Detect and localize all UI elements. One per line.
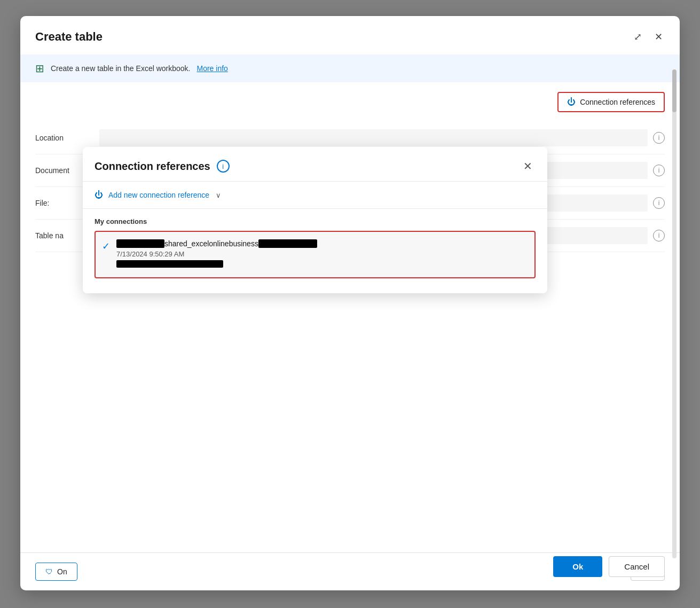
main-close-button[interactable]: ✕ [652, 29, 665, 45]
scrollbar-thumb [672, 69, 677, 112]
my-connections-section: My connections ✓ shared_excelonlinebusin… [83, 209, 547, 278]
main-modal: Create table ⤢ ✕ ⊞ Create a new table in… [20, 16, 680, 590]
more-info-link[interactable]: More info [196, 64, 227, 73]
add-conn-label: Add new connection reference [108, 191, 209, 199]
connection-item-info: shared_excelonlinebusiness 7/13/2024 9:5… [116, 239, 528, 270]
connection-item[interactable]: ✓ shared_excelonlinebusiness 7/13/2024 9… [95, 231, 536, 278]
name-redacted-suffix [258, 239, 317, 248]
add-plug-icon: ⏻ [95, 190, 103, 200]
connection-references-button[interactable]: ⏻ Connection references [557, 92, 665, 112]
name-redacted-prefix [116, 239, 164, 248]
label-location: Location [35, 134, 99, 142]
conn-ref-button-area: ⏻ Connection references [20, 82, 680, 112]
cancel-button[interactable]: Cancel [609, 556, 665, 577]
connection-service-name: shared_excelonlinebusiness [164, 239, 258, 248]
connection-references-panel: Connection references i ✕ ⏻ Add new conn… [83, 147, 547, 293]
document-info-icon[interactable]: i [653, 165, 665, 176]
check-icon: ✓ [102, 240, 110, 252]
header-icons: ⤢ ✕ [632, 29, 665, 45]
ok-button[interactable]: Ok [553, 556, 602, 577]
expand-button[interactable]: ⤢ [632, 29, 644, 45]
excel-icon: ⊞ [35, 62, 44, 75]
location-info-icon[interactable]: i [653, 132, 665, 144]
connection-id-redacted [116, 260, 223, 268]
main-modal-title: Create table [35, 30, 103, 44]
chevron-down-icon: ∨ [216, 191, 221, 199]
info-banner-text: Create a new table in the Excel workbook… [51, 64, 190, 73]
info-banner: ⊞ Create a new table in the Excel workbo… [20, 54, 680, 82]
panel-title-area: Connection references i [95, 160, 230, 173]
field-location[interactable] [99, 129, 648, 146]
connection-name: shared_excelonlinebusiness [116, 239, 528, 248]
panel-close-button[interactable]: ✕ [520, 159, 536, 174]
panel-title: Connection references [95, 160, 210, 173]
plug-icon: ⏻ [567, 97, 576, 107]
panel-info-icon[interactable]: i [217, 160, 230, 173]
panel-header: Connection references i ✕ [83, 147, 547, 182]
my-connections-label: My connections [95, 217, 536, 225]
main-scrollbar[interactable] [672, 69, 677, 558]
table-name-info-icon[interactable]: i [653, 230, 665, 241]
add-connection-row[interactable]: ⏻ Add new connection reference ∨ [83, 182, 547, 209]
connection-date: 7/13/2024 9:50:29 AM [116, 250, 528, 258]
conn-ref-button-label: Connection references [580, 98, 655, 106]
panel-body: ⏻ Add new connection reference ∨ My conn… [83, 182, 547, 293]
file-info-icon[interactable]: i [653, 197, 665, 209]
bottom-buttons: Ok Cancel [15, 556, 665, 577]
main-modal-header: Create table ⤢ ✕ [20, 16, 680, 54]
